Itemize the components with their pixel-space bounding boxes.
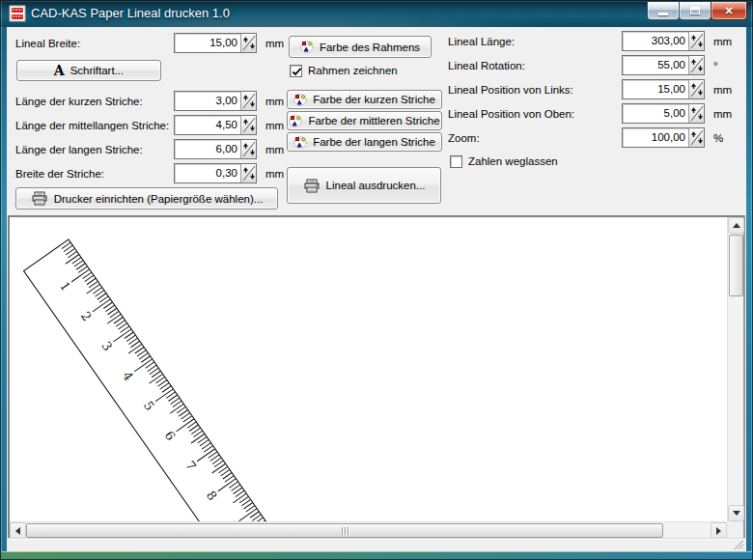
print-ruler-label: Lineal ausdrucken... bbox=[326, 180, 426, 191]
spinner-button[interactable] bbox=[688, 104, 704, 123]
spinner-button[interactable] bbox=[688, 56, 704, 74]
spinner-button[interactable] bbox=[688, 32, 704, 50]
printer-icon bbox=[303, 179, 321, 193]
stroke-color-label: Farbe der mittleren Striche bbox=[308, 115, 439, 126]
spinner-button[interactable] bbox=[240, 92, 256, 110]
svg-text:7: 7 bbox=[182, 459, 199, 473]
spin-row: Breite der Striche:0,30mm bbox=[15, 163, 282, 183]
svg-text:5: 5 bbox=[141, 399, 157, 413]
field-label: Breite der Striche: bbox=[15, 168, 174, 180]
scroll-up-button[interactable] bbox=[728, 217, 744, 234]
spin-edit[interactable]: 0,30 bbox=[174, 163, 257, 183]
window-title: CAD-KAS Paper Lineal drucken 1.0 bbox=[31, 6, 230, 20]
ruler-preview-area[interactable]: 1234567891011121314151617181920212223242… bbox=[8, 215, 745, 540]
spin-value[interactable]: 0,30 bbox=[175, 164, 240, 182]
font-button-label: Schriftart... bbox=[70, 65, 125, 76]
spinner-button[interactable] bbox=[240, 140, 256, 158]
spinner-icon bbox=[690, 57, 704, 73]
spin-value[interactable]: 303,00 bbox=[623, 32, 688, 50]
spin-edit[interactable]: 3,00 bbox=[174, 91, 257, 111]
scroll-left-button[interactable] bbox=[10, 522, 26, 539]
spinner-button[interactable] bbox=[240, 164, 256, 182]
svg-text:6: 6 bbox=[161, 429, 178, 443]
close-button[interactable]: ✕ bbox=[711, 2, 747, 20]
spin-edit[interactable]: 5,00 bbox=[622, 103, 705, 124]
color-palette-icon bbox=[300, 41, 314, 53]
field-label: Lineal Rotation: bbox=[448, 60, 622, 71]
field-label: Lineal Länge: bbox=[448, 36, 622, 47]
horizontal-scrollbar[interactable] bbox=[10, 521, 727, 538]
spin-row: Länge der mittellangen Striche:4,50mm bbox=[15, 115, 282, 135]
omit-numbers-checkbox[interactable]: Zahlen weglassen bbox=[450, 154, 730, 169]
stroke-color-button-2[interactable]: Farbe der langen Striche bbox=[287, 132, 442, 152]
close-icon: ✕ bbox=[724, 6, 733, 16]
vertical-scrollbar[interactable] bbox=[727, 217, 743, 521]
unit-label: ° bbox=[705, 60, 730, 71]
spin-value[interactable]: 5,00 bbox=[623, 104, 688, 123]
spin-value[interactable]: 6,00 bbox=[175, 140, 240, 158]
svg-text:3: 3 bbox=[98, 339, 115, 353]
vertical-scroll-thumb[interactable] bbox=[729, 235, 743, 296]
spin-row: Lineal Rotation:55,00° bbox=[448, 55, 730, 75]
color-palette-icon bbox=[289, 115, 302, 127]
maximize-button[interactable] bbox=[679, 2, 711, 20]
stroke-color-button-1[interactable]: Farbe der mittleren Striche bbox=[287, 111, 442, 130]
spinner-button[interactable] bbox=[688, 128, 704, 147]
minimize-button[interactable] bbox=[647, 2, 680, 20]
spinner-button[interactable] bbox=[240, 34, 256, 52]
titlebar[interactable]: CAD-KAS Paper Lineal drucken 1.0 ✕ bbox=[0, 0, 753, 27]
ruler-drawing: 1234567891011121314151617181920212223242… bbox=[10, 217, 727, 521]
checkbox-box[interactable] bbox=[450, 155, 462, 168]
app-window: CAD-KAS Paper Lineal drucken 1.0 ✕ Linea… bbox=[0, 0, 753, 560]
svg-text:1: 1 bbox=[57, 279, 73, 294]
unit-label: mm bbox=[257, 120, 282, 131]
spinner-icon bbox=[242, 35, 256, 51]
resize-grip[interactable] bbox=[733, 539, 744, 550]
left-settings-panel: Lineal Breite:15,00mm A Schriftart... Lä… bbox=[15, 33, 282, 210]
spin-edit[interactable]: 15,00 bbox=[622, 79, 705, 99]
spin-value[interactable]: 15,00 bbox=[175, 34, 240, 52]
unit-label: mm bbox=[257, 168, 282, 180]
svg-text:2: 2 bbox=[78, 309, 95, 323]
spin-edit[interactable]: 6,00 bbox=[174, 139, 257, 159]
field-label: Länge der kurzen Striche: bbox=[15, 96, 174, 107]
spinner-button[interactable] bbox=[688, 80, 704, 98]
unit-label: mm bbox=[705, 84, 730, 96]
spin-value[interactable]: 55,00 bbox=[623, 56, 688, 74]
spin-row: Länge der kurzen Striche:3,00mm bbox=[15, 91, 282, 111]
spinner-button[interactable] bbox=[240, 116, 256, 134]
horizontal-scroll-thumb[interactable] bbox=[26, 523, 663, 538]
printer-setup-label: Drucker einrichten (Papiergröße wählen).… bbox=[54, 193, 264, 205]
minimize-icon bbox=[658, 13, 668, 15]
checkbox-box[interactable] bbox=[290, 65, 302, 77]
font-button[interactable]: A Schriftart... bbox=[16, 60, 161, 81]
field-label: Zoom: bbox=[448, 132, 622, 144]
spin-value[interactable]: 15,00 bbox=[623, 80, 688, 98]
spin-edit[interactable]: 303,00 bbox=[622, 31, 705, 51]
spin-edit[interactable]: 4,50 bbox=[174, 115, 257, 135]
spin-value[interactable]: 3,00 bbox=[175, 92, 240, 110]
right-settings-panel: Lineal Länge:303,00mmLineal Rotation:55,… bbox=[448, 31, 730, 169]
frame-checkbox[interactable]: Rahmen zeichnen bbox=[290, 63, 444, 78]
spin-value[interactable]: 100,00 bbox=[623, 128, 688, 147]
arrow-down-icon bbox=[733, 511, 740, 516]
spinner-icon bbox=[242, 93, 256, 109]
scroll-down-button[interactable] bbox=[728, 505, 744, 521]
unit-label: mm bbox=[705, 108, 730, 120]
scroll-right-button[interactable] bbox=[711, 522, 727, 539]
spin-edit[interactable]: 15,00 bbox=[174, 33, 257, 53]
arrow-right-icon bbox=[716, 527, 721, 535]
printer-icon bbox=[31, 191, 48, 206]
check-icon bbox=[292, 67, 302, 77]
spinner-icon bbox=[690, 105, 704, 122]
spin-row: Lineal Position von Oben:5,00mm bbox=[448, 103, 730, 124]
spin-edit[interactable]: 100,00 bbox=[622, 127, 705, 148]
spin-value[interactable]: 4,50 bbox=[175, 116, 240, 134]
spin-row: Lineal Breite:15,00mm bbox=[15, 33, 282, 53]
unit-label: mm bbox=[705, 36, 730, 47]
print-ruler-button[interactable]: Lineal ausdrucken... bbox=[287, 167, 441, 204]
printer-setup-button[interactable]: Drucker einrichten (Papiergröße wählen).… bbox=[15, 187, 278, 210]
stroke-color-button-0[interactable]: Farbe der kurzen Striche bbox=[287, 90, 442, 109]
frame-color-button[interactable]: Farbe des Rahmens bbox=[289, 36, 432, 58]
spin-edit[interactable]: 55,00 bbox=[622, 55, 705, 75]
